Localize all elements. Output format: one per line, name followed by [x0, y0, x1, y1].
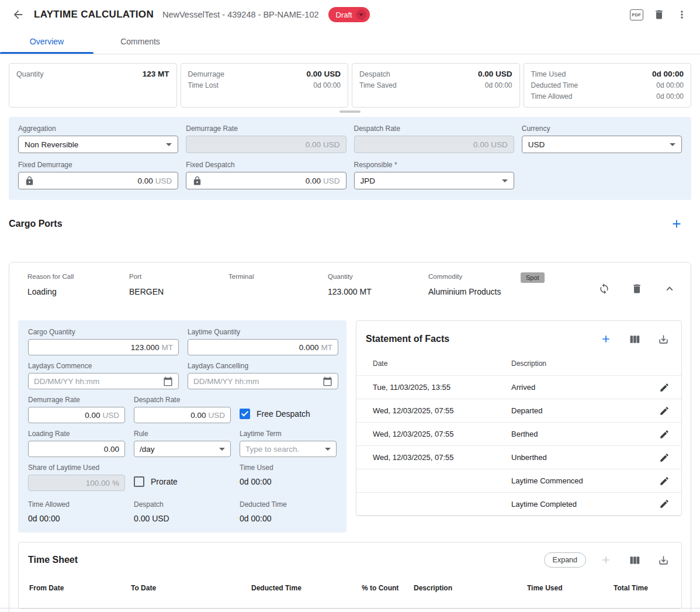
plus-icon	[600, 554, 612, 566]
statement-of-facts-title: Statement of Facts	[366, 334, 449, 344]
laytime-quantity-field: Laytime Quantity 0.000 MT	[188, 328, 338, 355]
delete-port-button[interactable]	[628, 280, 646, 298]
cargo-quantity-input[interactable]: 123.000 MT	[28, 339, 179, 355]
port-demurrage-rate-input[interactable]: 0.00 USD	[28, 407, 125, 423]
back-button[interactable]	[9, 6, 27, 23]
recalculate-button[interactable]	[595, 280, 613, 298]
demurrage-rate-label: Demurrage Rate	[186, 125, 346, 133]
main-content: Quantity 123 MT Demurrage 0.00 USD Time …	[0, 54, 700, 612]
despatch-stat-value: 0.00 USD	[134, 514, 231, 523]
free-despatch-checkbox[interactable]: Free Despatch	[240, 409, 310, 419]
cargo-quantity-label: Cargo Quantity	[28, 328, 179, 336]
column-header-pct-to-count: % to Count	[362, 584, 414, 592]
currency-select[interactable]: USD	[522, 136, 682, 153]
page-title: LAYTIME CALCULATION	[34, 9, 154, 20]
deducted-time-value: 0d 00:00	[656, 80, 684, 91]
fact-date: Wed, 12/03/2025, 07:55	[373, 453, 511, 462]
terminal-label: Terminal	[228, 273, 328, 280]
column-header-deducted-time: Deducted Time	[251, 584, 362, 592]
download-button[interactable]	[654, 551, 672, 569]
fixed-despatch-value: 0.00	[306, 177, 321, 185]
pdf-export-button[interactable]: PDF	[628, 6, 645, 23]
fixed-demurrage-input[interactable]: 0.00 USD	[18, 172, 178, 189]
loading-rate-field: Loading Rate 0.00	[28, 430, 125, 457]
expand-button[interactable]: Expand	[544, 552, 586, 568]
add-timesheet-row-button	[597, 551, 615, 569]
time-used-card-label: Time Used	[531, 69, 566, 80]
calendar-icon[interactable]	[323, 376, 332, 386]
responsible-value: JPD	[361, 177, 376, 185]
port-card: Reason for Call Loading Port BERGEN Term…	[9, 262, 691, 612]
aggregation-select[interactable]: Non Reversible	[18, 136, 178, 153]
edit-fact-button[interactable]	[656, 449, 673, 466]
currency-label: Currency	[522, 125, 682, 133]
port-demurrage-rate-value: 0.00	[85, 411, 100, 420]
add-port-button[interactable]	[668, 215, 685, 233]
statement-of-facts-header: Statement of Facts	[356, 321, 681, 356]
loading-rate-input[interactable]: 0.00	[28, 441, 125, 457]
calendar-icon[interactable]	[163, 376, 173, 386]
port-details-panel: Cargo Quantity 123.000 MT Laytime Quanti…	[18, 320, 346, 533]
reason-for-call-label: Reason for Call	[27, 273, 129, 280]
edit-fact-button[interactable]	[656, 472, 673, 490]
pencil-icon	[659, 382, 670, 393]
edit-fact-button[interactable]	[656, 402, 673, 420]
laytime-term-select[interactable]: Type to search.	[240, 441, 337, 457]
free-despatch-field: Free Despatch	[240, 396, 310, 423]
currency-field: Currency USD	[522, 125, 682, 153]
responsible-label: Responsible *	[354, 161, 514, 169]
status-badge[interactable]: Draft	[328, 7, 370, 22]
laydays-commence-input[interactable]: DD/MM/YY hh:mm	[28, 373, 179, 389]
currency-value: USD	[528, 140, 545, 149]
port-despatch-rate-value: 0.00	[190, 411, 206, 420]
chevron-down-icon	[325, 448, 331, 451]
delete-button[interactable]	[650, 6, 668, 23]
rule-select[interactable]: /day	[134, 441, 231, 457]
more-options-button[interactable]	[673, 6, 691, 23]
pencil-icon	[659, 452, 670, 463]
edit-fact-button[interactable]	[656, 495, 673, 513]
despatch-summary-card: Despatch 0.00 USD Time Saved 0d 00:00	[352, 63, 520, 108]
despatch-rate-value: 0.00	[473, 140, 488, 149]
fixed-demurrage-field: Fixed Demurrage 0.00 USD	[18, 161, 178, 189]
edit-fact-button[interactable]	[656, 379, 673, 396]
add-fact-button[interactable]	[597, 330, 615, 348]
laydays-commence-label: Laydays Commence	[28, 362, 179, 370]
pencil-icon	[659, 499, 670, 509]
edit-fact-button[interactable]	[656, 426, 673, 443]
statement-of-facts-column-headers: Date Description	[356, 356, 681, 375]
cargo-ports-title: Cargo Ports	[9, 219, 63, 229]
laydays-commence-field: Laydays Commence DD/MM/YY hh:mm	[28, 362, 179, 389]
time-allowed-stat-value: 0d 00:00	[28, 514, 125, 523]
demurrage-summary-card: Demurrage 0.00 USD Time Lost 0d 00:00	[181, 63, 349, 108]
lock-icon	[192, 176, 202, 186]
columns-button[interactable]	[626, 330, 643, 348]
panel-resize-handle[interactable]	[339, 110, 361, 113]
laydays-commence-placeholder: DD/MM/YY hh:mm	[34, 377, 99, 386]
port-summary-header: Reason for Call Loading Port BERGEN Term…	[18, 272, 682, 297]
bottom-divider	[0, 608, 700, 608]
laytime-quantity-input[interactable]: 0.000 MT	[188, 339, 338, 355]
laytime-term-field: Laytime Term Type to search.	[240, 430, 337, 457]
fixed-demurrage-label: Fixed Demurrage	[18, 161, 178, 169]
tab-comments[interactable]: Comments	[93, 29, 187, 54]
columns-button[interactable]	[626, 551, 643, 569]
demurrage-rate-field: Demurrage Rate 0.00 USD	[186, 125, 346, 153]
port-body: Cargo Quantity 123.000 MT Laytime Quanti…	[18, 320, 682, 533]
tab-overview[interactable]: Overview	[0, 29, 93, 54]
collapse-port-button[interactable]	[661, 280, 678, 298]
chevron-up-icon	[663, 282, 676, 295]
responsible-select[interactable]: JPD	[354, 172, 514, 189]
laydays-cancelling-input[interactable]: DD/MM/YY hh:mm	[188, 373, 338, 389]
column-header-description: Description	[414, 584, 527, 592]
fixed-despatch-input[interactable]: 0.00 USD	[186, 172, 346, 189]
fact-row: Laytime Completed	[356, 492, 681, 516]
download-button[interactable]	[654, 330, 672, 348]
prorate-checkbox[interactable]: Prorate	[134, 476, 231, 487]
fixed-despatch-unit: USD	[323, 177, 340, 185]
rule-value: /day	[140, 445, 155, 454]
time-allowed-stat-label: Time Allowed	[28, 500, 125, 509]
port-despatch-rate-input[interactable]: 0.00 USD	[134, 407, 231, 423]
laytime-calculation-page: LAYTIME CALCULATION NewVesselTest - 4392…	[0, 0, 700, 612]
fact-date: Wed, 12/03/2025, 07:55	[373, 406, 511, 415]
